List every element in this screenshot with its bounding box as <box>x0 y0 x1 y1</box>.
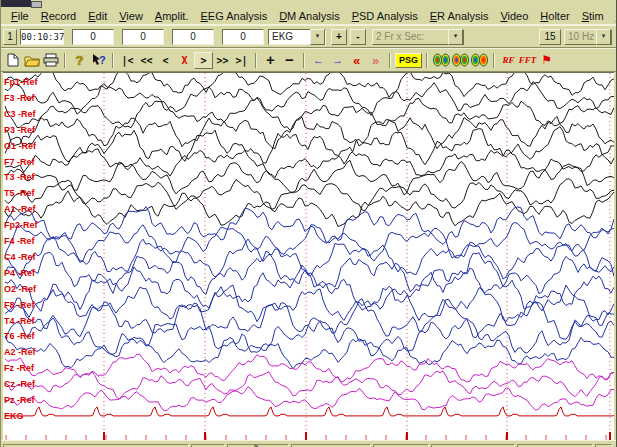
marker-flag-button[interactable]: ⚑ <box>537 52 556 69</box>
channel-label-c3ref: C3 -Ref <box>4 109 37 119</box>
chevron-down-icon[interactable]: ▾ <box>310 29 325 45</box>
value-field-4[interactable] <box>222 29 264 45</box>
status-panel-7: T: 0.00 ms <box>517 444 593 447</box>
sensitivity-button[interactable]: 15 <box>539 29 561 45</box>
flag-icon: ⚑ <box>541 54 552 66</box>
frames-per-sec-select[interactable]: 2 Fr x Sec: ▾ <box>372 29 464 45</box>
eeg-trace-p4ref <box>5 251 614 294</box>
gain-up-button[interactable]: + <box>331 29 347 45</box>
printer-icon <box>43 53 59 67</box>
status-panel-1 <box>3 444 189 447</box>
open-folder-icon <box>24 54 40 67</box>
nav-forward-button[interactable]: > <box>194 52 213 69</box>
fft-analysis-button[interactable]: FFT <box>518 52 537 69</box>
eeg-trace-p3ref <box>5 117 614 149</box>
channel-label-f7ref: F7 -Ref <box>4 157 36 167</box>
toolbar-separator <box>389 53 391 68</box>
arrow-right-button[interactable]: → <box>328 52 347 69</box>
nav-fast-forward-button[interactable]: >> <box>213 52 232 69</box>
context-help-icon: ? <box>91 53 106 67</box>
brain-map-button-1[interactable] <box>432 52 451 69</box>
toolbar-separator <box>493 53 495 68</box>
menu-er-analysis[interactable]: ER Analysis <box>424 9 495 23</box>
main-toolbar: ? ? |< << < X > >> >| + − ← → « » PSG RF… <box>1 48 616 72</box>
page-button[interactable]: 1 <box>3 29 17 45</box>
channel-label-a2ref: A2 -Ref <box>4 347 37 357</box>
menu-stim[interactable]: Stim <box>576 9 610 23</box>
jump-forward-button[interactable]: » <box>366 52 385 69</box>
zoom-in-button[interactable]: + <box>261 52 280 69</box>
menu-dm-analysis[interactable]: DM Analysis <box>273 9 346 23</box>
channel-select[interactable]: EKG ▾ <box>268 29 326 45</box>
context-help-button[interactable]: ? <box>89 52 108 69</box>
eeg-trace-o2ref <box>5 265 614 311</box>
filter-frequency-select[interactable]: 10 Hz ▾ <box>564 29 612 45</box>
toolbar-separator <box>64 53 66 68</box>
status-panel-3: SUEÑO <box>227 444 289 447</box>
eeg-traces-canvas: Fp1-RefF3 -RefC3 -RefP3 -RefO1 -RefF7 -R… <box>3 73 614 440</box>
zoom-out-button[interactable]: − <box>280 52 299 69</box>
channel-label-czref: Cz -Ref <box>4 379 36 389</box>
value-field-3[interactable] <box>172 29 214 45</box>
channel-label-p3ref: P3 -Ref <box>4 125 36 135</box>
menu-view[interactable]: View <box>113 9 149 23</box>
menu-eeg-analysis[interactable]: EEG Analysis <box>194 9 273 23</box>
menu-psd-analysis[interactable]: PSD Analysis <box>346 9 424 23</box>
nav-fast-back-button[interactable]: << <box>137 52 156 69</box>
nav-first-button[interactable]: |< <box>118 52 137 69</box>
eeg-trace-a1ref <box>5 191 614 227</box>
channel-label-p4ref: P4 -Ref <box>4 268 36 278</box>
menu-file[interactable]: File <box>5 9 35 23</box>
waveform-display-area[interactable]: Fp1-RefF3 -RefC3 -RefP3 -RefO1 -RefF7 -R… <box>3 72 614 440</box>
help-button[interactable]: ? <box>70 52 89 69</box>
channel-label-f8ref: F8 -Ref <box>4 300 36 310</box>
nav-stop-button[interactable]: X <box>175 52 194 69</box>
brain-map-button-3[interactable] <box>470 52 489 69</box>
print-button[interactable] <box>41 52 60 69</box>
time-display: 00:10:37 <box>20 29 64 45</box>
value-field-2[interactable] <box>122 29 164 45</box>
channel-label-o1ref: O1 -Ref <box>4 141 37 151</box>
menu-video[interactable]: Video <box>494 9 534 23</box>
eeg-trace-fp1ref <box>5 73 614 97</box>
channel-label-pzref: Pz -Ref <box>4 395 36 405</box>
jump-back-button[interactable]: « <box>347 52 366 69</box>
toolbar-separator <box>303 53 305 68</box>
rf-analysis-button[interactable]: RF <box>499 52 518 69</box>
eeg-trace-t5ref <box>5 179 614 211</box>
nav-back-button[interactable]: < <box>156 52 175 69</box>
eeg-trace-f7ref <box>5 146 614 178</box>
titlebar-control-fragment <box>31 1 42 8</box>
brain-map-button-2[interactable] <box>451 52 470 69</box>
toolbar-separator <box>112 53 114 68</box>
menu-edit[interactable]: Edit <box>82 9 113 23</box>
arrow-left-button[interactable]: ← <box>309 52 328 69</box>
channel-label-t3ref: T3 -Ref <box>4 172 36 182</box>
menu-help[interactable]: Help <box>610 9 617 23</box>
parameter-toolbar: 1 00:10:37 EKG ▾ + - 2 Fr x Sec: ▾ 15 10… <box>1 25 616 48</box>
status-panel-2: 107 <box>191 444 225 447</box>
toolbar-separator <box>255 53 257 68</box>
menu-record[interactable]: Record <box>35 9 82 23</box>
channel-label-o2ref: O2 -Ref <box>4 284 37 294</box>
svg-text:?: ? <box>99 54 106 66</box>
channel-label-f3ref: F3 -Ref <box>4 93 36 103</box>
channel-label-fp2ref: Fp2-Ref <box>4 220 39 230</box>
chevron-down-icon[interactable]: ▾ <box>596 29 611 45</box>
eeg-trace-f4ref <box>5 222 614 261</box>
psg-button[interactable]: PSG <box>395 53 422 68</box>
nav-last-button[interactable]: >| <box>232 52 251 69</box>
open-file-button[interactable] <box>22 52 41 69</box>
new-file-button[interactable] <box>3 52 22 69</box>
value-field-1[interactable] <box>72 29 114 45</box>
eeg-trace-t3ref <box>5 160 614 195</box>
eeg-trace-o1ref <box>5 127 614 165</box>
gain-down-button[interactable]: - <box>350 29 366 45</box>
frames-per-sec-value: 2 Fr x Sec: <box>373 31 448 42</box>
filter-frequency-value: 10 Hz <box>565 31 596 42</box>
chevron-down-icon[interactable]: ▾ <box>448 29 463 45</box>
menu-amplit[interactable]: Amplit. <box>149 9 195 23</box>
menu-holter[interactable]: Holter <box>534 9 575 23</box>
eeg-trace-fp2ref <box>5 207 614 245</box>
status-panel-4: EEG + EKG <box>291 444 371 447</box>
